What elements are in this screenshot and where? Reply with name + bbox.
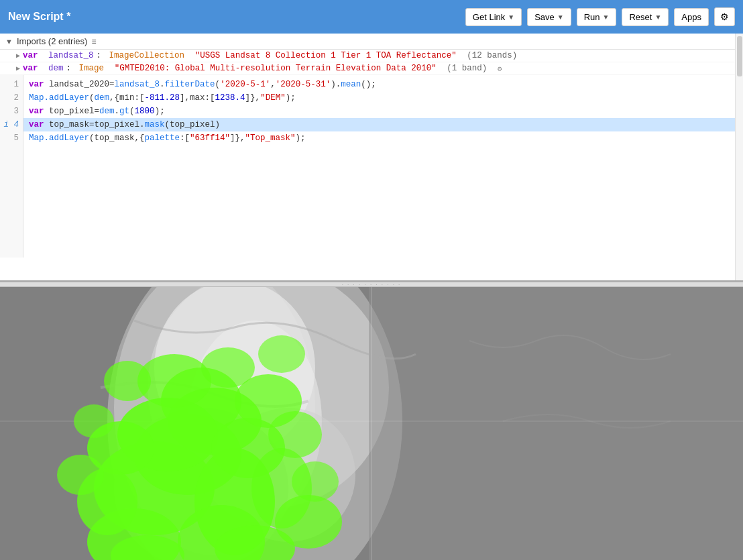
script-title: New Script * [8,11,460,23]
reset-dropdown-arrow: ▼ [654,13,661,21]
line-num-3: 3 [0,105,23,118]
line-num-2: 2 [0,91,23,105]
map-svg [0,287,743,560]
line-num-1: 1 [0,78,23,91]
settings-gear-button[interactable]: ⚙ [714,7,735,26]
imports-collapse-arrow[interactable]: ▼ [5,38,13,46]
svg-point-30 [74,404,114,438]
scrollbar-thumb[interactable] [737,36,742,76]
code-line-2[interactable]: Map.addLayer(dem,{min:[-811.28],max:[123… [23,91,743,105]
run-dropdown-arrow: ▼ [603,13,610,21]
import-item-dem: ▶ var dem: Image "GMTED2010: Global Mult… [0,62,743,75]
code-content[interactable]: var landsat_2020=landsat_8.filterDate('2… [23,75,743,258]
apps-button[interactable]: Apps [674,8,709,26]
import-expand-arrow-1[interactable]: ▶ [16,52,20,60]
code-line-3[interactable]: var top_pixel=dem.gt(1800); [23,105,743,118]
line-num-4: i 4 [0,118,23,131]
svg-point-26 [268,411,322,458]
svg-point-32 [201,347,255,388]
save-button[interactable]: Save ▼ [527,8,571,26]
line-numbers: 1 2 3 i 4 5 [0,75,23,258]
imports-label: Imports (2 entries) [17,36,87,46]
get-link-dropdown-arrow: ▼ [508,13,514,21]
header: New Script * Get Link ▼ Save ▼ Run ▼ Res… [0,0,743,34]
import-expand-arrow-2[interactable]: ▶ [16,64,20,72]
reset-button[interactable]: Reset ▼ [622,8,669,26]
svg-rect-8 [369,287,743,560]
svg-point-33 [258,335,305,373]
dem-settings-icon[interactable]: ⚙ [498,64,502,73]
editor-panel: ▼ Imports (2 entries) ≡ ▶ var landsat_8:… [0,34,743,282]
imports-bar[interactable]: ▼ Imports (2 entries) ≡ [0,34,743,50]
save-dropdown-arrow: ▼ [557,13,564,21]
code-editor-area[interactable]: 1 2 3 i 4 5 var landsat_2020=landsat_8.f… [0,75,743,258]
import-item-landsat8: ▶ var landsat_8: ImageCollection "USGS L… [0,50,743,62]
svg-point-27 [57,455,104,495]
get-link-button[interactable]: Get Link ▼ [465,8,522,26]
svg-point-25 [104,361,151,401]
line-num-5: 5 [0,131,23,145]
imports-list-icon: ≡ [91,37,96,46]
editor-scrollbar[interactable] [735,34,743,280]
code-line-1[interactable]: var landsat_2020=landsat_8.filterDate('2… [23,78,743,91]
map-area[interactable] [0,287,743,560]
svg-point-34 [292,461,339,502]
resize-handle[interactable]: · · · · · · · · · · · [0,282,743,287]
code-line-5[interactable]: Map.addLayer(top_mask,{palette:["63ff14"… [23,131,743,145]
run-button[interactable]: Run ▼ [577,8,617,26]
code-line-4[interactable]: var top_mask=top_pixel.mask(top_pixel) [23,118,743,131]
